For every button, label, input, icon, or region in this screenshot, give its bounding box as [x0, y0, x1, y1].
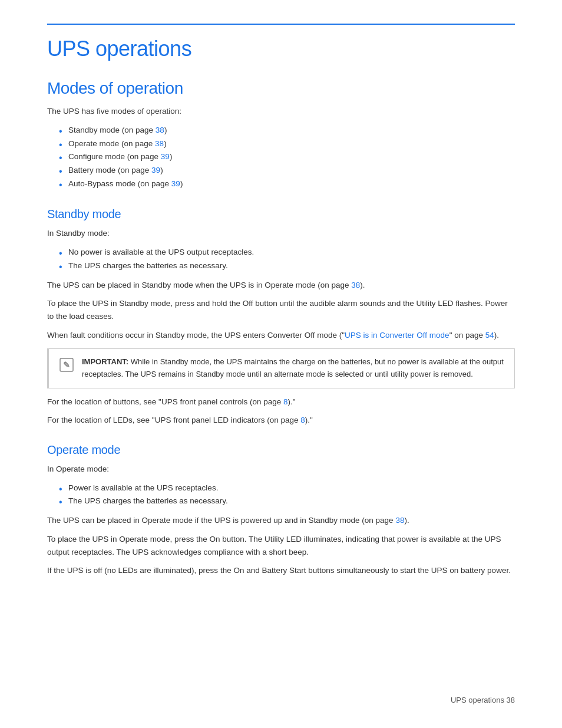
converter-off-page-link[interactable]: 54 [485, 331, 494, 340]
operate-link-1[interactable]: 38 [155, 139, 164, 148]
standby-operate-link[interactable]: 38 [351, 281, 360, 289]
standby-section: Standby mode In Standby mode: No power i… [47, 207, 515, 427]
operate-section: Operate mode In Operate mode: Power is a… [47, 443, 515, 577]
autobypass-link[interactable]: 39 [171, 179, 180, 188]
standby-para2: To place the UPS in Standby mode, press … [47, 297, 515, 322]
important-label: IMPORTANT: [82, 357, 128, 366]
modes-intro: The UPS has five modes of operation: [47, 105, 515, 118]
leds-link[interactable]: 8 [300, 416, 305, 424]
operate-para2: To place the UPS in Operate mode, press … [47, 533, 515, 558]
standby-para5: For the location of LEDs, see "UPS front… [47, 414, 515, 427]
page-footer: UPS operations 38 [451, 696, 515, 704]
standby-para3: When fault conditions occur in Standby m… [47, 329, 515, 342]
page-container: UPS operations Modes of operation The UP… [0, 0, 562, 728]
list-item: Standby mode (on page 38) [59, 124, 515, 137]
list-item: Battery mode (on page 39) [59, 164, 515, 177]
modes-list: Standby mode (on page 38) Operate mode (… [59, 124, 515, 192]
top-rule [47, 24, 515, 25]
configure-link[interactable]: 39 [161, 152, 170, 161]
operate-title: Operate mode [47, 443, 515, 457]
footer-text: UPS operations 38 [451, 696, 515, 704]
operate-para1: The UPS can be placed in Operate mode if… [47, 514, 515, 527]
important-content: IMPORTANT: While in Standby mode, the UP… [82, 356, 505, 381]
standby-intro: In Standby mode: [47, 227, 515, 240]
list-item: Auto-Bypass mode (on page 39) [59, 177, 515, 191]
standby-para4: For the location of buttons, see "UPS fr… [47, 396, 515, 409]
important-svg-icon: ✎ [58, 357, 75, 373]
converter-off-link[interactable]: UPS is in Converter Off mode [345, 331, 449, 340]
buttons-link[interactable]: 8 [283, 397, 288, 406]
important-icon: ✎ [58, 357, 75, 373]
standby-title: Standby mode [47, 207, 515, 221]
list-item: Operate mode (on page 38) [59, 137, 515, 151]
list-item: The UPS charges the batteries as necessa… [59, 259, 515, 273]
list-item: No power is available at the UPS output … [59, 246, 515, 259]
svg-text:✎: ✎ [63, 361, 70, 370]
standby-bullets: No power is available at the UPS output … [59, 246, 515, 273]
important-text: While in Standby mode, the UPS maintains… [82, 357, 504, 378]
operate-intro: In Operate mode: [47, 463, 515, 476]
page-main-title: UPS operations [47, 37, 515, 61]
list-item: Power is available at the UPS receptacle… [59, 482, 515, 495]
standby-para1: The UPS can be placed in Standby mode wh… [47, 279, 515, 292]
list-item: Configure mode (on page 39) [59, 150, 515, 164]
operate-bullets: Power is available at the UPS receptacle… [59, 482, 515, 509]
modes-section: Modes of operation The UPS has five mode… [47, 79, 515, 191]
standby-link-1[interactable]: 38 [156, 126, 164, 134]
list-item: The UPS charges the batteries as necessa… [59, 495, 515, 508]
operate-standby-link[interactable]: 38 [395, 516, 404, 525]
battery-link[interactable]: 39 [151, 166, 160, 174]
modes-section-title: Modes of operation [47, 79, 515, 98]
important-box: ✎ IMPORTANT: While in Standby mode, the … [47, 348, 515, 388]
operate-para3: If the UPS is off (no LEDs are illuminat… [47, 564, 515, 577]
